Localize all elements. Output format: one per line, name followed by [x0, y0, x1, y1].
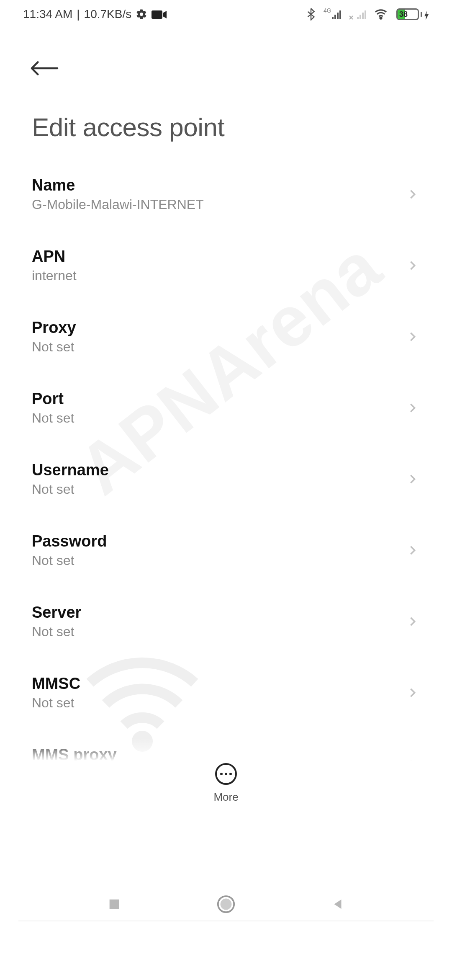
- chevron-right-icon: [407, 402, 419, 414]
- nav-back-button[interactable]: [325, 892, 350, 917]
- page-title: Edit access point: [0, 83, 452, 159]
- row-port[interactable]: Port Not set: [32, 372, 444, 444]
- nav-home-button[interactable]: [213, 892, 239, 917]
- more-label: More: [213, 791, 238, 804]
- svg-point-13: [221, 899, 232, 910]
- chevron-right-icon: [407, 473, 419, 485]
- status-bar: 11:34 AM | 10.7KB/s 4G 38: [0, 0, 452, 28]
- row-label: APN: [32, 248, 77, 266]
- status-time: 11:34 AM: [23, 8, 72, 21]
- row-label: MMSC: [32, 675, 80, 693]
- svg-rect-1: [152, 10, 162, 19]
- chevron-right-icon: [407, 260, 419, 271]
- triangle-left-icon: [331, 897, 345, 911]
- row-apn[interactable]: APN internet: [32, 230, 444, 301]
- row-password[interactable]: Password Not set: [32, 515, 444, 586]
- row-label: Username: [32, 461, 109, 479]
- row-value: Not set: [32, 695, 80, 711]
- svg-rect-9: [365, 10, 366, 19]
- row-value: Not set: [32, 553, 107, 568]
- gear-icon: [136, 8, 147, 20]
- charging-bolt-icon: [424, 10, 429, 19]
- camera-icon: [152, 9, 167, 19]
- svg-rect-11: [110, 900, 119, 909]
- row-value: Not set: [32, 624, 81, 640]
- square-icon: [107, 897, 121, 911]
- battery-pct: 38: [399, 10, 408, 19]
- battery-icon: 38: [396, 8, 429, 20]
- row-name[interactable]: Name G-Mobile-Malawi-INTERNET: [32, 159, 444, 230]
- row-value: internet: [32, 268, 77, 284]
- chevron-right-icon: [407, 188, 419, 200]
- bluetooth-icon: [307, 8, 315, 21]
- chevron-right-icon: [407, 616, 419, 627]
- more-icon: [215, 763, 237, 785]
- status-netspeed: 10.7KB/s: [84, 8, 132, 21]
- row-label: Name: [32, 176, 204, 194]
- signal-4g-icon: 4G: [324, 8, 340, 20]
- wifi-icon: [374, 9, 388, 20]
- row-value: Not set: [32, 410, 74, 426]
- row-mmsc[interactable]: MMSC Not set: [32, 657, 444, 728]
- row-proxy[interactable]: Proxy Not set: [32, 301, 444, 372]
- svg-rect-2: [332, 17, 334, 19]
- settings-list: Name G-Mobile-Malawi-INTERNET APN intern…: [0, 159, 452, 799]
- row-value: Not set: [32, 482, 109, 497]
- row-label: Server: [32, 603, 81, 622]
- row-username[interactable]: Username Not set: [32, 444, 444, 515]
- more-bar: More: [0, 738, 452, 814]
- chevron-right-icon: [407, 544, 419, 556]
- signal-nosim-icon: [349, 8, 365, 20]
- svg-rect-7: [360, 15, 361, 19]
- svg-rect-5: [339, 10, 341, 19]
- svg-point-10: [380, 17, 382, 19]
- more-button[interactable]: More: [213, 763, 238, 804]
- chevron-right-icon: [407, 687, 419, 699]
- chevron-right-icon: [407, 331, 419, 343]
- svg-rect-3: [334, 15, 336, 19]
- svg-rect-8: [362, 13, 364, 19]
- row-label: Password: [32, 532, 107, 550]
- circle-icon: [216, 895, 236, 914]
- back-button[interactable]: [29, 54, 59, 83]
- row-label: Port: [32, 390, 74, 408]
- row-value: G-Mobile-Malawi-INTERNET: [32, 197, 204, 212]
- row-value: Not set: [32, 339, 76, 355]
- status-sep: |: [77, 8, 80, 21]
- svg-rect-6: [357, 17, 359, 19]
- net-gen-label: 4G: [324, 8, 331, 14]
- system-navbar: [0, 875, 452, 934]
- nav-recent-button[interactable]: [102, 892, 127, 917]
- arrow-left-icon: [29, 61, 59, 76]
- svg-rect-4: [337, 13, 339, 19]
- row-server[interactable]: Server Not set: [32, 586, 444, 657]
- row-label: Proxy: [32, 319, 76, 337]
